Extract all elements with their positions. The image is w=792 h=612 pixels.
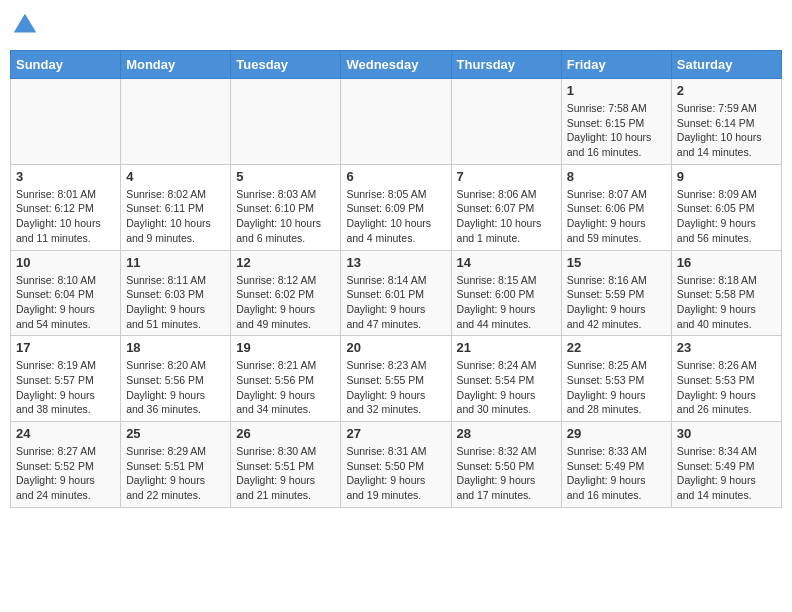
calendar-week-2: 3Sunrise: 8:01 AM Sunset: 6:12 PM Daylig… [11,164,782,250]
day-number: 14 [457,255,556,270]
day-info: Sunrise: 8:03 AM Sunset: 6:10 PM Dayligh… [236,187,335,246]
calendar-cell: 29Sunrise: 8:33 AM Sunset: 5:49 PM Dayli… [561,422,671,508]
calendar-cell: 19Sunrise: 8:21 AM Sunset: 5:56 PM Dayli… [231,336,341,422]
calendar-cell: 24Sunrise: 8:27 AM Sunset: 5:52 PM Dayli… [11,422,121,508]
day-number: 13 [346,255,445,270]
day-info: Sunrise: 7:58 AM Sunset: 6:15 PM Dayligh… [567,101,666,160]
calendar-cell [451,79,561,165]
calendar-header-row: SundayMondayTuesdayWednesdayThursdayFrid… [11,51,782,79]
svg-marker-0 [14,14,37,33]
calendar-cell: 17Sunrise: 8:19 AM Sunset: 5:57 PM Dayli… [11,336,121,422]
calendar-cell: 6Sunrise: 8:05 AM Sunset: 6:09 PM Daylig… [341,164,451,250]
calendar-cell: 12Sunrise: 8:12 AM Sunset: 6:02 PM Dayli… [231,250,341,336]
calendar-cell: 5Sunrise: 8:03 AM Sunset: 6:10 PM Daylig… [231,164,341,250]
calendar-cell: 15Sunrise: 8:16 AM Sunset: 5:59 PM Dayli… [561,250,671,336]
day-number: 23 [677,340,776,355]
day-number: 10 [16,255,115,270]
calendar-cell: 9Sunrise: 8:09 AM Sunset: 6:05 PM Daylig… [671,164,781,250]
calendar-cell: 11Sunrise: 8:11 AM Sunset: 6:03 PM Dayli… [121,250,231,336]
day-number: 17 [16,340,115,355]
day-number: 18 [126,340,225,355]
calendar-cell [231,79,341,165]
day-info: Sunrise: 8:09 AM Sunset: 6:05 PM Dayligh… [677,187,776,246]
day-header-tuesday: Tuesday [231,51,341,79]
day-info: Sunrise: 8:20 AM Sunset: 5:56 PM Dayligh… [126,358,225,417]
day-number: 4 [126,169,225,184]
day-number: 12 [236,255,335,270]
day-info: Sunrise: 8:06 AM Sunset: 6:07 PM Dayligh… [457,187,556,246]
day-number: 8 [567,169,666,184]
calendar-cell: 8Sunrise: 8:07 AM Sunset: 6:06 PM Daylig… [561,164,671,250]
calendar-cell: 2Sunrise: 7:59 AM Sunset: 6:14 PM Daylig… [671,79,781,165]
day-info: Sunrise: 8:21 AM Sunset: 5:56 PM Dayligh… [236,358,335,417]
day-number: 1 [567,83,666,98]
calendar-cell: 13Sunrise: 8:14 AM Sunset: 6:01 PM Dayli… [341,250,451,336]
day-header-friday: Friday [561,51,671,79]
day-number: 7 [457,169,556,184]
day-header-saturday: Saturday [671,51,781,79]
day-info: Sunrise: 8:19 AM Sunset: 5:57 PM Dayligh… [16,358,115,417]
calendar-cell: 28Sunrise: 8:32 AM Sunset: 5:50 PM Dayli… [451,422,561,508]
day-number: 15 [567,255,666,270]
day-info: Sunrise: 8:33 AM Sunset: 5:49 PM Dayligh… [567,444,666,503]
day-number: 24 [16,426,115,441]
day-number: 26 [236,426,335,441]
day-number: 16 [677,255,776,270]
calendar-cell: 27Sunrise: 8:31 AM Sunset: 5:50 PM Dayli… [341,422,451,508]
day-info: Sunrise: 8:23 AM Sunset: 5:55 PM Dayligh… [346,358,445,417]
day-number: 6 [346,169,445,184]
day-info: Sunrise: 8:18 AM Sunset: 5:58 PM Dayligh… [677,273,776,332]
calendar-week-5: 24Sunrise: 8:27 AM Sunset: 5:52 PM Dayli… [11,422,782,508]
day-number: 2 [677,83,776,98]
day-info: Sunrise: 8:26 AM Sunset: 5:53 PM Dayligh… [677,358,776,417]
day-info: Sunrise: 8:27 AM Sunset: 5:52 PM Dayligh… [16,444,115,503]
day-info: Sunrise: 8:15 AM Sunset: 6:00 PM Dayligh… [457,273,556,332]
calendar-cell: 7Sunrise: 8:06 AM Sunset: 6:07 PM Daylig… [451,164,561,250]
calendar-table: SundayMondayTuesdayWednesdayThursdayFrid… [10,50,782,508]
calendar-cell: 4Sunrise: 8:02 AM Sunset: 6:11 PM Daylig… [121,164,231,250]
logo [10,10,44,40]
calendar-week-4: 17Sunrise: 8:19 AM Sunset: 5:57 PM Dayli… [11,336,782,422]
day-number: 28 [457,426,556,441]
day-info: Sunrise: 8:07 AM Sunset: 6:06 PM Dayligh… [567,187,666,246]
day-header-monday: Monday [121,51,231,79]
calendar-cell: 23Sunrise: 8:26 AM Sunset: 5:53 PM Dayli… [671,336,781,422]
calendar-cell [341,79,451,165]
calendar-cell: 10Sunrise: 8:10 AM Sunset: 6:04 PM Dayli… [11,250,121,336]
calendar-cell: 16Sunrise: 8:18 AM Sunset: 5:58 PM Dayli… [671,250,781,336]
calendar-cell: 1Sunrise: 7:58 AM Sunset: 6:15 PM Daylig… [561,79,671,165]
day-number: 22 [567,340,666,355]
day-number: 25 [126,426,225,441]
day-info: Sunrise: 8:05 AM Sunset: 6:09 PM Dayligh… [346,187,445,246]
day-number: 21 [457,340,556,355]
calendar-cell: 30Sunrise: 8:34 AM Sunset: 5:49 PM Dayli… [671,422,781,508]
day-info: Sunrise: 8:32 AM Sunset: 5:50 PM Dayligh… [457,444,556,503]
calendar-cell: 21Sunrise: 8:24 AM Sunset: 5:54 PM Dayli… [451,336,561,422]
day-number: 5 [236,169,335,184]
calendar-cell: 26Sunrise: 8:30 AM Sunset: 5:51 PM Dayli… [231,422,341,508]
day-number: 20 [346,340,445,355]
day-info: Sunrise: 8:29 AM Sunset: 5:51 PM Dayligh… [126,444,225,503]
day-number: 30 [677,426,776,441]
calendar-week-3: 10Sunrise: 8:10 AM Sunset: 6:04 PM Dayli… [11,250,782,336]
calendar-week-1: 1Sunrise: 7:58 AM Sunset: 6:15 PM Daylig… [11,79,782,165]
day-info: Sunrise: 8:10 AM Sunset: 6:04 PM Dayligh… [16,273,115,332]
day-info: Sunrise: 8:01 AM Sunset: 6:12 PM Dayligh… [16,187,115,246]
day-number: 27 [346,426,445,441]
header [10,10,782,40]
day-info: Sunrise: 8:24 AM Sunset: 5:54 PM Dayligh… [457,358,556,417]
day-info: Sunrise: 8:16 AM Sunset: 5:59 PM Dayligh… [567,273,666,332]
logo-icon [10,10,40,40]
day-number: 9 [677,169,776,184]
calendar-cell [121,79,231,165]
day-info: Sunrise: 8:14 AM Sunset: 6:01 PM Dayligh… [346,273,445,332]
day-number: 11 [126,255,225,270]
day-number: 19 [236,340,335,355]
day-header-thursday: Thursday [451,51,561,79]
calendar-cell: 22Sunrise: 8:25 AM Sunset: 5:53 PM Dayli… [561,336,671,422]
calendar-body: 1Sunrise: 7:58 AM Sunset: 6:15 PM Daylig… [11,79,782,508]
day-header-wednesday: Wednesday [341,51,451,79]
calendar-cell: 20Sunrise: 8:23 AM Sunset: 5:55 PM Dayli… [341,336,451,422]
day-number: 29 [567,426,666,441]
day-number: 3 [16,169,115,184]
